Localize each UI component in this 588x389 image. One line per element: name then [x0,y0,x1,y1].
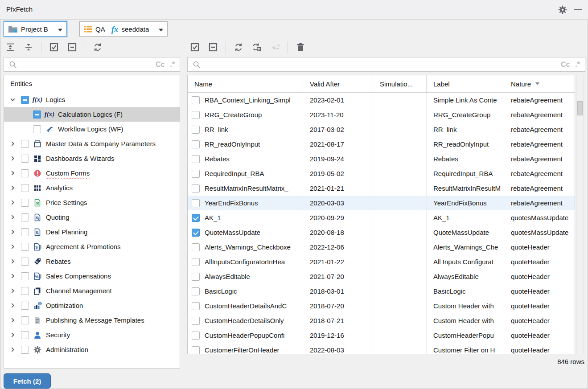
table-row[interactable]: AlwaysEditable2021-07-20AlwaysEditablequ… [188,269,575,284]
tree-checkbox[interactable] [21,243,29,251]
chevron-down-icon[interactable] [4,92,21,107]
row-checkbox[interactable] [192,199,200,207]
tree-item[interactable]: %Sales Compensations [4,269,180,283]
row-checkbox[interactable] [192,229,200,237]
scrollbar-thumb[interactable] [577,101,583,115]
tree-checkbox[interactable] [21,272,29,280]
row-checkbox[interactable] [192,346,200,354]
table-row[interactable]: CustomHeaderDetailsOnly2018-07-21Custom … [188,313,575,328]
fetch-related-icon[interactable] [251,41,263,53]
regex-toggle[interactable]: .* [575,61,580,69]
tree-checkbox[interactable] [21,287,29,295]
column-header[interactable]: Nature [504,75,575,92]
row-checkbox[interactable] [192,126,200,134]
check-all-icon[interactable] [189,41,201,53]
tree-checkbox[interactable] [21,155,29,163]
chevron-right-icon[interactable] [4,283,21,298]
chevron-right-icon[interactable] [4,342,21,357]
table-row[interactable]: RRG_CreateGroup2023-11-20RRG_CreateGroup… [188,107,575,122]
minimize-icon[interactable] [574,9,582,10]
tree-checkbox[interactable] [33,125,41,133]
tree-checkbox[interactable] [21,346,29,354]
tree-item[interactable]: Channel Management [4,283,180,298]
chevron-right-icon[interactable] [4,269,21,283]
column-header[interactable]: Valid After [303,75,373,92]
uncheck-all-icon[interactable] [66,41,78,53]
tree-checkbox[interactable] [33,111,41,119]
row-checkbox[interactable] [192,140,200,148]
tree-item[interactable]: $Quoting [4,210,180,225]
tree-item[interactable]: %Rebates [4,254,180,269]
chevron-right-icon[interactable] [4,210,21,225]
chevron-right-icon[interactable] [4,225,21,239]
tree-checkbox[interactable] [21,213,29,221]
check-all-icon[interactable] [48,41,60,53]
tree-item[interactable]: Custom Forms [4,166,180,180]
chevron-right-icon[interactable] [4,328,21,342]
tree-search-input[interactable] [21,61,156,68]
row-checkbox[interactable] [192,170,200,178]
column-header[interactable]: Label [426,75,504,92]
tree-item[interactable]: Administration [4,342,180,357]
expand-all-icon[interactable] [4,41,16,53]
tree-item[interactable]: Workflow Logics (WF) [4,122,180,136]
row-checkbox[interactable] [192,287,200,295]
tree-item[interactable]: Master Data & Company Parameters [4,136,180,151]
project-selector[interactable]: Project B [4,21,67,37]
tree-item[interactable]: Publishing & Message Templates [4,313,180,328]
row-checkbox[interactable] [192,111,200,119]
table-row[interactable]: YearEndFixBonus2020-03-03YearEndFixBonus… [188,196,575,210]
table-row[interactable]: CustomHeaderDetailsAndC2018-07-20Custom … [188,299,575,313]
tree-checkbox[interactable] [21,258,29,266]
refresh-icon[interactable] [233,41,244,53]
table-row[interactable]: CustomerFilterOnHeader2022-08-03Customer… [188,343,575,354]
environment-selector[interactable]: QA fx seeddata [79,21,168,37]
column-header[interactable]: Simulatio... [373,75,426,92]
fetch-button[interactable]: Fetch (2) [4,373,51,389]
chevron-right-icon[interactable] [4,180,21,195]
table-row[interactable]: AK_12020-09-29AK_1quotesMassUpdate [188,210,575,225]
tree-checkbox[interactable] [21,184,29,192]
row-checkbox[interactable] [192,184,200,192]
row-checkbox[interactable] [192,258,200,266]
table-row[interactable]: RequiredInput_RBA2019-05-02RequiredInput… [188,166,575,181]
chevron-right-icon[interactable] [4,298,21,313]
refresh-icon[interactable] [92,41,103,53]
row-checkbox[interactable] [192,302,200,310]
tree-item[interactable]: Analytics [4,180,180,195]
table-row[interactable]: AllInputsConfiguratorInHea2021-01-22All … [188,254,575,269]
tree-item[interactable]: f(x)Calculation Logics (F) [4,107,180,122]
table-row[interactable]: Alerts_Warnings_Checkboxe2022-12-06Alert… [188,240,575,254]
row-checkbox[interactable] [192,273,200,281]
tree-item[interactable]: $Price Settings [4,195,180,210]
row-checkbox[interactable] [192,243,200,251]
uncheck-all-icon[interactable] [207,41,219,53]
row-checkbox[interactable] [192,214,200,222]
grid-search-input[interactable] [205,61,561,68]
match-case-toggle[interactable]: Cc [561,61,570,69]
table-row[interactable]: RBA_Context_Linking_Simpl2023-02-01Simpl… [188,93,575,107]
tree-item[interactable]: f(x)Logics [4,92,180,107]
tree-checkbox[interactable] [21,169,29,177]
row-checkbox[interactable] [192,332,200,340]
delete-icon[interactable] [295,41,306,53]
table-row[interactable]: QuoteMassUpdate2020-08-18QuoteMassUpdate… [188,225,575,240]
chevron-right-icon[interactable] [4,254,21,269]
regex-toggle[interactable]: .* [170,61,175,69]
match-case-toggle[interactable]: Cc [156,61,164,69]
tree-item[interactable]: Security [4,328,180,342]
chevron-right-icon[interactable] [4,239,21,254]
tree-item[interactable]: Optimization [4,298,180,313]
tree-checkbox[interactable] [21,199,29,207]
table-row[interactable]: BasicLogic2018-03-01BasicLogicquoteHeade… [188,284,575,299]
collapse-all-icon[interactable] [23,41,34,53]
chevron-right-icon[interactable] [4,166,21,180]
tree-checkbox[interactable] [21,316,29,324]
tree-checkbox[interactable] [21,228,29,236]
tree-checkbox[interactable] [21,302,29,310]
table-row[interactable]: Rebates2019-09-24RebatesrebateAgreement [188,152,575,166]
tree-item[interactable]: $Agreement & Promotions [4,239,180,254]
table-row[interactable]: ResultMatrixInResultMatrix_2021-01-21Res… [188,181,575,196]
tree-checkbox[interactable] [21,140,29,148]
chevron-right-icon[interactable] [4,151,21,166]
